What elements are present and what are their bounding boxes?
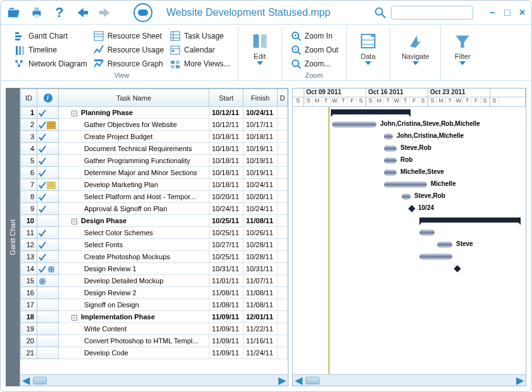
zoom-zoom-in[interactable]: Zoom In bbox=[288, 30, 340, 42]
gantt-row[interactable] bbox=[293, 299, 526, 311]
cell-task-name[interactable]: Write Content bbox=[59, 323, 209, 335]
cell-task-name[interactable]: Develop Marketing Plan bbox=[59, 179, 209, 191]
cell-task-name[interactable]: Signoff on Design bbox=[59, 299, 209, 311]
view-gantt-chart[interactable]: Gantt Chart bbox=[12, 30, 89, 42]
gantt-row[interactable]: Rob bbox=[293, 155, 526, 167]
scroll-right-icon[interactable]: ▶ bbox=[514, 376, 526, 386]
gantt-row[interactable] bbox=[293, 335, 526, 347]
table-row[interactable]: 6Determine Major and Minor Sections10/18… bbox=[21, 167, 288, 179]
task-bar[interactable] bbox=[384, 133, 393, 140]
gantt-row[interactable]: Steve,Rob bbox=[293, 143, 526, 155]
open-icon[interactable] bbox=[7, 6, 21, 20]
view-task-usage[interactable]: Task Usage bbox=[168, 30, 231, 42]
navigate-button[interactable]: Navigate bbox=[397, 30, 434, 66]
table-row[interactable]: 9Approval & Signoff on Plan10/24/1110/24… bbox=[21, 203, 288, 215]
gantt-row[interactable]: John,Cristina,Michelle bbox=[293, 131, 526, 143]
task-bar[interactable] bbox=[384, 169, 397, 176]
task-bar[interactable] bbox=[332, 121, 376, 128]
table-row[interactable]: 21Develop Code11/09/1111/24/11 bbox=[21, 347, 288, 359]
table-row[interactable]: 1-Planning Phase10/12/1110/24/11 bbox=[21, 107, 288, 119]
hscroll-right[interactable]: ◀ ▶ bbox=[293, 374, 526, 386]
forward-icon[interactable] bbox=[98, 6, 112, 20]
table-row[interactable]: 3Create Project Budget10/18/1110/18/11 bbox=[21, 131, 288, 143]
help-icon[interactable]: ? bbox=[53, 6, 66, 20]
scroll-right-icon[interactable]: ▶ bbox=[276, 376, 288, 386]
cell-task-name[interactable]: Develop Detailed Mockup bbox=[59, 275, 209, 287]
view-timeline[interactable]: Timeline bbox=[12, 44, 89, 56]
gantt-row[interactable] bbox=[293, 287, 526, 299]
print-icon[interactable] bbox=[30, 6, 44, 20]
expand-toggle[interactable]: - bbox=[71, 111, 77, 116]
gantt-row[interactable]: 10/24 bbox=[293, 203, 526, 215]
col-dur[interactable]: D bbox=[278, 89, 288, 107]
table-row[interactable]: 5Gather Programming Functionality10/18/1… bbox=[21, 155, 288, 167]
gantt-row[interactable] bbox=[293, 347, 526, 359]
task-bar[interactable] bbox=[437, 242, 452, 248]
sidebar-tab[interactable]: Gantt Chart bbox=[6, 88, 20, 386]
gantt-row[interactable] bbox=[293, 251, 526, 263]
gantt-row[interactable]: Steve bbox=[293, 239, 526, 251]
gantt-row[interactable] bbox=[293, 275, 526, 287]
cell-task-name[interactable]: Select Color Schemes bbox=[59, 227, 209, 239]
zoom-zoom-[interactable]: Zoom... bbox=[288, 58, 340, 70]
col-id[interactable]: ID bbox=[21, 89, 37, 107]
task-bar[interactable] bbox=[402, 193, 411, 200]
task-bar[interactable] bbox=[384, 157, 397, 164]
close-icon[interactable]: × bbox=[519, 8, 525, 18]
gantt-row[interactable] bbox=[293, 227, 526, 239]
view-more-views-[interactable]: More Views... bbox=[168, 58, 231, 70]
gantt-row[interactable]: John,Cristina,Steve,Rob,Michelle bbox=[293, 119, 526, 131]
gantt-row[interactable] bbox=[293, 311, 526, 323]
cell-task-name[interactable]: -Planning Phase bbox=[59, 107, 209, 119]
cell-task-name[interactable]: Design Review 2 bbox=[59, 287, 209, 299]
cell-task-name[interactable]: Create Photoshop Mockups bbox=[59, 251, 209, 263]
table-row[interactable]: 13Create Photoshop Mockups10/25/1110/28/… bbox=[21, 251, 288, 263]
hscroll-left[interactable]: ◀ ▶ bbox=[20, 374, 288, 386]
view-network-diagram[interactable]: Network Diagram bbox=[12, 58, 89, 70]
filter-button[interactable]: Filter bbox=[447, 30, 478, 66]
gantt-row[interactable]: Steve,Rob bbox=[293, 191, 526, 203]
minimize-icon[interactable]: – bbox=[490, 8, 495, 18]
table-row[interactable]: 17Signoff on Design11/08/1111/08/11 bbox=[21, 299, 288, 311]
data-button[interactable]: Data bbox=[353, 30, 383, 66]
cell-task-name[interactable]: Approval & Signoff on Plan bbox=[59, 203, 209, 215]
view-resource-sheet[interactable]: Resource Sheet bbox=[91, 30, 165, 42]
expand-toggle[interactable]: - bbox=[71, 315, 77, 321]
table-row[interactable]: 10-Design Phase10/25/1111/08/11 bbox=[21, 215, 288, 227]
milestone[interactable] bbox=[408, 205, 415, 212]
gantt-row[interactable]: Michelle bbox=[293, 179, 526, 191]
search-input[interactable] bbox=[391, 6, 473, 20]
view-resource-usage[interactable]: Resource Usage bbox=[91, 44, 165, 56]
cell-task-name[interactable]: Gather Objectives for Website bbox=[59, 119, 209, 131]
gantt-row[interactable]: Michelle,Steve bbox=[293, 167, 526, 179]
scroll-thumb[interactable] bbox=[306, 377, 319, 384]
table-row[interactable]: 16Design Review 211/08/1111/08/11 bbox=[21, 287, 288, 299]
table-row[interactable]: 15Develop Detailed Mockup11/01/1111/07/1… bbox=[21, 275, 288, 287]
scroll-left-icon[interactable]: ◀ bbox=[20, 376, 32, 386]
search-icon[interactable] bbox=[373, 6, 387, 20]
col-start[interactable]: Start bbox=[209, 89, 244, 107]
gantt-row[interactable] bbox=[293, 107, 526, 119]
gantt-row[interactable] bbox=[293, 263, 526, 275]
cell-task-name[interactable]: Select Platform and Host - Tempor... bbox=[59, 191, 209, 203]
task-bar[interactable] bbox=[419, 254, 452, 260]
summary-bar[interactable] bbox=[419, 217, 521, 223]
task-bar[interactable] bbox=[384, 145, 397, 152]
table-row[interactable]: 12Select Fonts10/27/1110/28/11 bbox=[21, 239, 288, 251]
col-finish[interactable]: Finish bbox=[244, 89, 278, 107]
table-row[interactable]: 20Convert Photoshop to HTML Templ...11/0… bbox=[21, 335, 288, 347]
col-task-name[interactable]: Task Name bbox=[59, 89, 209, 107]
milestone[interactable] bbox=[454, 265, 461, 272]
cell-task-name[interactable]: Gather Programming Functionality bbox=[59, 155, 209, 167]
cell-task-name[interactable]: Develop Code bbox=[59, 347, 209, 359]
scroll-thumb[interactable] bbox=[33, 377, 47, 384]
task-bar[interactable] bbox=[384, 181, 427, 188]
task-bar[interactable] bbox=[419, 230, 435, 236]
gantt-row[interactable] bbox=[293, 215, 526, 227]
cell-task-name[interactable]: Document Technical Requirements bbox=[59, 143, 209, 155]
col-indicators[interactable]: i bbox=[37, 89, 59, 107]
table-row[interactable]: 14Design Review 110/31/1110/31/11 bbox=[21, 263, 288, 275]
cell-task-name[interactable]: Design Review 1 bbox=[59, 263, 209, 275]
cell-task-name[interactable]: Select Fonts bbox=[59, 239, 209, 251]
cell-task-name[interactable]: -Implementation Phase bbox=[59, 311, 209, 323]
